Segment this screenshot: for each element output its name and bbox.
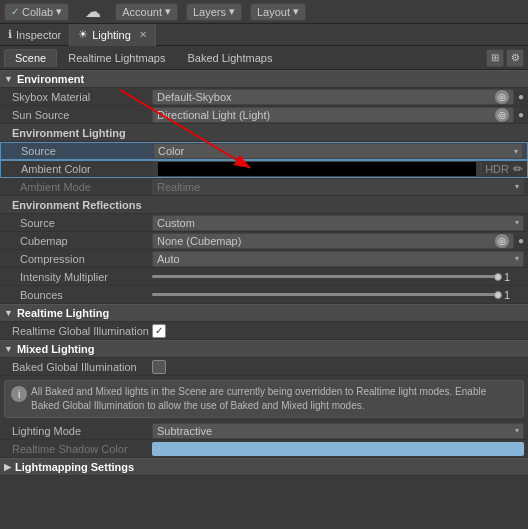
layout-arrow-icon: ▾	[293, 5, 299, 18]
ambient-color-value: HDR	[153, 161, 509, 177]
sun-source-value: Directional Light (Light) ◎	[152, 107, 514, 123]
subtab-baked[interactable]: Baked Lightmaps	[176, 49, 283, 67]
cubemap-field[interactable]: None (Cubemap) ◎	[152, 233, 514, 249]
cubemap-select-btn[interactable]: ◎	[495, 234, 509, 248]
refl-source-row: Source Custom ▾	[0, 214, 528, 232]
environment-section-header: ▼ Environment	[0, 70, 528, 88]
account-button[interactable]: Account ▾	[115, 3, 178, 21]
cubemap-options-icon[interactable]: ●	[518, 235, 524, 246]
ambient-mode-arrow: ▾	[515, 182, 519, 191]
environment-header-label: Environment	[17, 73, 84, 85]
source-dropdown[interactable]: Color ▾	[153, 143, 523, 159]
intensity-label: Intensity Multiplier	[12, 271, 152, 283]
source-value: Color ▾	[153, 143, 523, 159]
shadow-color-row: Realtime Shadow Color	[0, 440, 528, 458]
collab-arrow-icon: ▾	[56, 5, 62, 18]
bounces-slider[interactable]	[152, 293, 498, 296]
mixed-lighting-section-header: ▼ Mixed Lighting	[0, 340, 528, 358]
intensity-row: Intensity Multiplier 1	[0, 268, 528, 286]
collab-check-icon: ✓	[11, 6, 19, 17]
skybox-options-icon[interactable]: ●	[518, 91, 524, 102]
refl-source-text: Custom	[157, 217, 195, 229]
baked-gi-row: Baked Global Illumination	[0, 358, 528, 376]
info-box: i All Baked and Mixed lights in the Scen…	[4, 380, 524, 418]
bounces-label: Bounces	[12, 289, 152, 301]
intensity-fill	[152, 275, 498, 278]
sun-source-select-btn[interactable]: ◎	[495, 108, 509, 122]
baked-gi-label: Baked Global Illumination	[12, 361, 152, 373]
lighting-mode-dropdown[interactable]: Subtractive ▾	[152, 423, 524, 439]
skybox-material-text: Default-Skybox	[157, 91, 232, 103]
realtime-gi-value	[152, 324, 524, 338]
intensity-thumb[interactable]	[494, 273, 502, 281]
compression-dropdown[interactable]: Auto ▾	[152, 251, 524, 267]
subtab-baked-label: Baked Lightmaps	[187, 52, 272, 64]
refl-source-value: Custom ▾	[152, 215, 524, 231]
ambient-color-hdr-label: HDR	[485, 163, 509, 175]
tab-inspector[interactable]: ℹ Inspector	[0, 24, 70, 46]
env-reflections-label: Environment Reflections	[12, 199, 152, 211]
sun-source-row: Sun Source Directional Light (Light) ◎ ●	[0, 106, 528, 124]
cubemap-row: Cubemap None (Cubemap) ◎ ●	[0, 232, 528, 250]
lighting-mode-value: Subtractive ▾	[152, 423, 524, 439]
subtab-action-1[interactable]: ⊞	[486, 49, 504, 67]
skybox-material-row: Skybox Material Default-Skybox ◎ ●	[0, 88, 528, 106]
collab-button[interactable]: ✓ Collab ▾	[4, 3, 69, 21]
cloud-button[interactable]: ☁	[79, 3, 107, 21]
top-bar: ✓ Collab ▾ ☁ Account ▾ Layers ▾ Layout ▾	[0, 0, 528, 24]
subtab-scene[interactable]: Scene	[4, 49, 57, 67]
env-lighting-row: Environment Lighting	[0, 124, 528, 142]
cloud-icon: ☁	[85, 2, 101, 21]
bounces-fill	[152, 293, 498, 296]
skybox-material-select-btn[interactable]: ◎	[495, 90, 509, 104]
shadow-color-bar[interactable]	[152, 442, 524, 456]
env-lighting-label: Environment Lighting	[12, 127, 152, 139]
layout-button[interactable]: Layout ▾	[250, 3, 306, 21]
environment-triangle-icon: ▼	[4, 74, 13, 84]
bounces-thumb[interactable]	[494, 291, 502, 299]
bounces-value: 1	[504, 289, 524, 301]
env-reflections-row: Environment Reflections	[0, 196, 528, 214]
refl-source-label: Source	[12, 217, 152, 229]
subtab-action-2[interactable]: ⚙	[506, 49, 524, 67]
tab-lighting[interactable]: ☀ Lighting ✕	[70, 24, 156, 46]
realtime-lighting-header-label: Realtime Lighting	[17, 307, 109, 319]
refl-source-dropdown[interactable]: Custom ▾	[152, 215, 524, 231]
layers-arrow-icon: ▾	[229, 5, 235, 18]
ambient-mode-value: Realtime ▾	[152, 179, 524, 195]
skybox-material-label: Skybox Material	[12, 91, 152, 103]
layers-button[interactable]: Layers ▾	[186, 3, 242, 21]
sub-tab-row: Scene Realtime Lightmaps Baked Lightmaps…	[0, 46, 528, 70]
lighting-close-icon[interactable]: ✕	[139, 29, 147, 40]
intensity-slider[interactable]	[152, 275, 498, 278]
refl-source-arrow: ▾	[515, 218, 519, 227]
layers-label: Layers	[193, 6, 226, 18]
skybox-material-field[interactable]: Default-Skybox ◎	[152, 89, 514, 105]
account-arrow-icon: ▾	[165, 5, 171, 18]
baked-gi-checkbox[interactable]	[152, 360, 166, 374]
lighting-mode-label: Lighting Mode	[12, 425, 152, 437]
compression-text: Auto	[157, 253, 180, 265]
sun-options-icon[interactable]: ●	[518, 109, 524, 120]
bounces-row: Bounces 1	[0, 286, 528, 304]
sun-source-field[interactable]: Directional Light (Light) ◎	[152, 107, 514, 123]
mixed-triangle-icon: ▼	[4, 344, 13, 354]
subtab-realtime[interactable]: Realtime Lightmaps	[57, 49, 176, 67]
realtime-gi-checkbox[interactable]	[152, 324, 166, 338]
ambient-mode-label: Ambient Mode	[12, 181, 152, 193]
sun-source-text: Directional Light (Light)	[157, 109, 270, 121]
ambient-mode-dropdown[interactable]: Realtime ▾	[152, 179, 524, 195]
source-dropdown-text: Color	[158, 145, 184, 157]
realtime-gi-row: Realtime Global Illumination	[0, 322, 528, 340]
compression-row: Compression Auto ▾	[0, 250, 528, 268]
realtime-triangle-icon: ▼	[4, 308, 13, 318]
ambient-eyedropper-icon[interactable]: ✏	[513, 162, 523, 176]
source-label: Source	[13, 145, 153, 157]
lighting-mode-row: Lighting Mode Subtractive ▾	[0, 422, 528, 440]
account-label: Account	[122, 6, 162, 18]
main-content: ▼ Environment Skybox Material Default-Sk…	[0, 70, 528, 529]
tab-row: ℹ Inspector ☀ Lighting ✕	[0, 24, 528, 46]
intensity-value: 1	[504, 271, 524, 283]
info-text: All Baked and Mixed lights in the Scene …	[31, 385, 517, 413]
ambient-color-field[interactable]	[153, 161, 481, 177]
